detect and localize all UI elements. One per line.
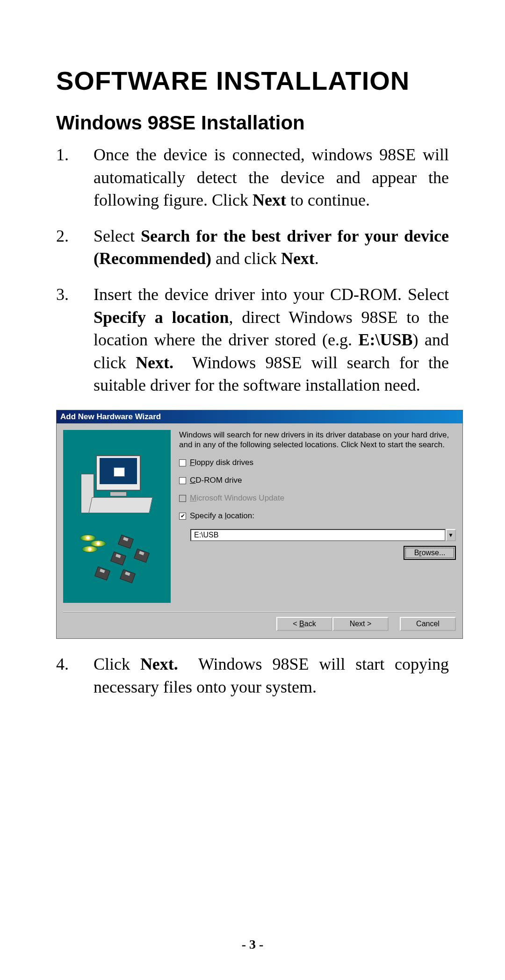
checkbox-icon — [179, 495, 186, 502]
step-text: Insert the device driver into your CD-RO… — [94, 283, 449, 397]
wizard-description: Windows will search for new drivers in i… — [179, 430, 456, 450]
checkbox-label: Microsoft Windows Update — [190, 494, 284, 503]
page-number: - 3 - — [0, 937, 505, 952]
dialog-titlebar: Add New Hardware Wizard — [57, 410, 462, 423]
checkbox-floppy[interactable]: Floppy disk drives — [179, 458, 456, 467]
step-number: 3. — [56, 283, 94, 397]
chevron-down-icon: ▼ — [448, 532, 454, 538]
separator — [63, 611, 456, 612]
checkbox-label: Floppy disk drives — [190, 458, 253, 467]
checkbox-icon — [179, 477, 186, 484]
main-title: SOFTWARE INSTALLATION — [56, 65, 449, 96]
back-button[interactable]: < Back — [276, 617, 332, 631]
step-item: 3.Insert the device driver into your CD-… — [56, 283, 449, 397]
checkbox-icon — [179, 459, 186, 466]
browse-button[interactable]: Browse... — [404, 546, 456, 560]
sub-title: Windows 98SE Installation — [56, 112, 449, 134]
checkbox-label: Specify a location: — [190, 511, 254, 521]
next-button[interactable]: Next > — [332, 617, 389, 631]
step-number: 4. — [56, 653, 94, 698]
step-number: 2. — [56, 225, 94, 270]
cancel-button[interactable]: Cancel — [400, 617, 456, 631]
checkbox-ms-update: Microsoft Windows Update — [179, 494, 456, 503]
step-text: Click Next. Windows 98SE will start copy… — [94, 653, 449, 698]
step-item: 1.Once the device is connected, windows … — [56, 143, 449, 212]
step-item: 2.Select Search for the best driver for … — [56, 225, 449, 270]
location-dropdown-button[interactable]: ▼ — [446, 529, 456, 541]
checkbox-icon — [179, 513, 186, 520]
step-text: Select Search for the best driver for yo… — [94, 225, 449, 270]
step-number: 1. — [56, 143, 94, 212]
checkbox-label: CD-ROM drive — [190, 476, 242, 485]
checkbox-specify-location[interactable]: Specify a location: — [179, 511, 456, 521]
step-item: 4.Click Next. Windows 98SE will start co… — [56, 653, 449, 698]
checkbox-cdrom[interactable]: CD-ROM drive — [179, 476, 456, 485]
hardware-wizard-dialog: Add New Hardware Wizard Windows will sea… — [56, 410, 463, 639]
step-text: Once the device is connected, windows 98… — [94, 143, 449, 212]
location-input[interactable]: E:\USB — [190, 529, 446, 541]
wizard-sidebar-image — [63, 430, 171, 603]
